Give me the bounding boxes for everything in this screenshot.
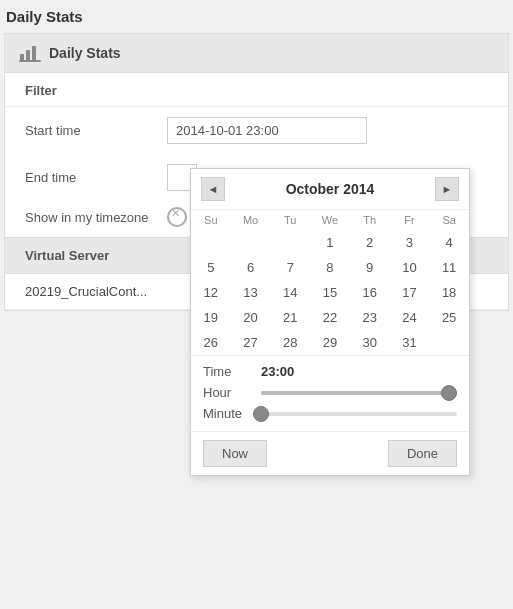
calendar-day[interactable]: 27 <box>231 330 271 355</box>
filter-label: Filter <box>25 83 488 98</box>
svg-rect-3 <box>19 60 41 62</box>
calendar-day[interactable]: 10 <box>390 255 430 280</box>
next-month-button[interactable]: ► <box>435 177 459 201</box>
calendar-day[interactable]: 21 <box>270 305 310 330</box>
calendar-day[interactable]: 11 <box>429 255 469 280</box>
day-header: Fr <box>390 210 430 230</box>
day-header: Tu <box>270 210 310 230</box>
calendar-empty-day <box>231 230 271 255</box>
calendar-day[interactable]: 19 <box>191 305 231 330</box>
calendar-empty-day <box>191 230 231 255</box>
day-header: Su <box>191 210 231 230</box>
timezone-label: Show in my timezone <box>25 210 155 225</box>
calendar-empty-day <box>429 330 469 355</box>
page-title: Daily Stats <box>0 0 513 33</box>
time-section: Time 23:00 Hour Minute <box>191 355 469 431</box>
calendar-day[interactable]: 17 <box>390 280 430 305</box>
hour-label: Hour <box>203 385 253 400</box>
calendar-month-label: October 2014 <box>286 181 375 197</box>
done-button[interactable]: Done <box>388 440 457 467</box>
hour-slider[interactable] <box>261 391 457 395</box>
card-header: Daily Stats <box>5 34 508 73</box>
calendar-day[interactable]: 22 <box>310 305 350 330</box>
calendar-day[interactable]: 24 <box>390 305 430 330</box>
calendar-day[interactable]: 5 <box>191 255 231 280</box>
hour-row: Hour <box>203 385 457 400</box>
calendar-day[interactable]: 23 <box>350 305 390 330</box>
day-header: Sa <box>429 210 469 230</box>
calendar-day[interactable]: 20 <box>231 305 271 330</box>
calendar-day[interactable]: 2 <box>350 230 390 255</box>
start-time-input[interactable] <box>167 117 367 144</box>
end-time-label: End time <box>25 170 155 185</box>
time-display-row: Time 23:00 <box>203 364 457 379</box>
card-header-label: Daily Stats <box>49 45 121 61</box>
svg-rect-1 <box>26 50 30 61</box>
calendar-day[interactable]: 18 <box>429 280 469 305</box>
minute-row: Minute <box>203 406 457 421</box>
svg-rect-0 <box>20 54 24 61</box>
now-button[interactable]: Now <box>203 440 267 467</box>
calendar-day[interactable]: 13 <box>231 280 271 305</box>
calendar-day[interactable]: 16 <box>350 280 390 305</box>
timezone-toggle[interactable] <box>167 207 187 227</box>
calendar-day[interactable]: 25 <box>429 305 469 330</box>
calendar-popup: ◄ October 2014 ► SuMoTuWeThFrSa 12345678… <box>190 168 470 476</box>
calendar-day[interactable]: 6 <box>231 255 271 280</box>
calendar-day[interactable]: 14 <box>270 280 310 305</box>
calendar-day[interactable]: 31 <box>390 330 430 355</box>
calendar-empty-day <box>270 230 310 255</box>
calendar-footer: Now Done <box>191 431 469 475</box>
calendar-day[interactable]: 15 <box>310 280 350 305</box>
start-time-row: Start time <box>5 107 508 154</box>
calendar-grid: SuMoTuWeThFrSa 1234567891011121314151617… <box>191 210 469 355</box>
calendar-day[interactable]: 9 <box>350 255 390 280</box>
svg-rect-2 <box>32 46 36 61</box>
prev-month-button[interactable]: ◄ <box>201 177 225 201</box>
calendar-day[interactable]: 8 <box>310 255 350 280</box>
time-value: 23:00 <box>261 364 294 379</box>
calendar-day[interactable]: 26 <box>191 330 231 355</box>
calendar-day[interactable]: 29 <box>310 330 350 355</box>
calendar-day[interactable]: 30 <box>350 330 390 355</box>
calendar-day[interactable]: 1 <box>310 230 350 255</box>
chart-icon <box>19 44 41 62</box>
calendar-day[interactable]: 28 <box>270 330 310 355</box>
filter-section: Filter <box>5 73 508 107</box>
calendar-day[interactable]: 12 <box>191 280 231 305</box>
day-header: Th <box>350 210 390 230</box>
calendar-nav: ◄ October 2014 ► <box>191 169 469 210</box>
day-header: Mo <box>231 210 271 230</box>
calendar-day[interactable]: 4 <box>429 230 469 255</box>
time-label: Time <box>203 364 253 379</box>
calendar-day[interactable]: 7 <box>270 255 310 280</box>
day-header: We <box>310 210 350 230</box>
start-time-label: Start time <box>25 123 155 138</box>
calendar-day[interactable]: 3 <box>390 230 430 255</box>
minute-slider[interactable] <box>261 412 457 416</box>
minute-label: Minute <box>203 406 253 421</box>
